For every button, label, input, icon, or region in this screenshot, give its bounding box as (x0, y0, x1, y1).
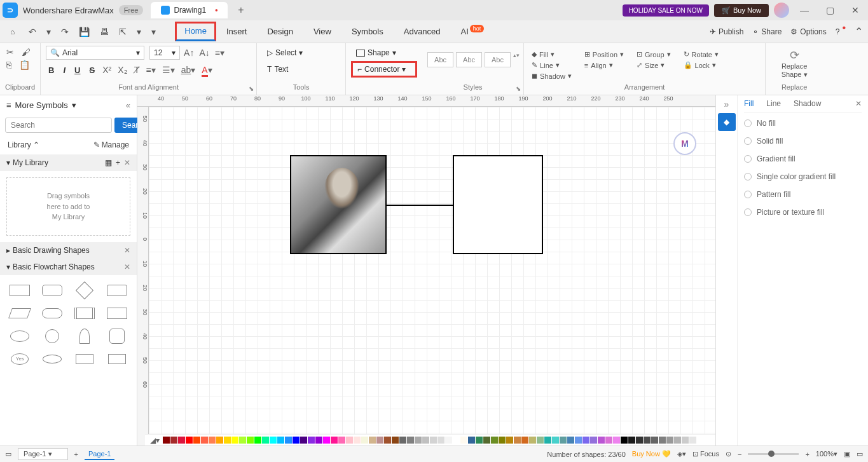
line-button[interactable]: ✎ Line▾ (529, 60, 574, 70)
color-swatch[interactable] (659, 437, 666, 444)
color-swatch[interactable] (552, 437, 559, 444)
color-swatch[interactable] (521, 437, 528, 444)
grow-font-icon[interactable]: A↑ (183, 46, 195, 59)
position-button[interactable]: ⊞ Position▾ (582, 50, 626, 59)
tab-ai[interactable]: AIhot (451, 22, 495, 41)
color-swatch[interactable] (293, 437, 300, 444)
close-button[interactable]: ✕ (845, 1, 865, 19)
canvas[interactable]: 4050607080901001101201301401501601701801… (137, 95, 715, 445)
strike-button[interactable]: S (87, 64, 98, 76)
replace-shape-icon[interactable]: ⟳ (771, 48, 818, 62)
undo-button[interactable]: ↶ (25, 24, 40, 39)
highlight-button[interactable]: ab▾ (180, 64, 197, 76)
shape-page[interactable] (103, 350, 130, 368)
fill-option[interactable]: No fill (744, 119, 862, 128)
help-button[interactable]: ?• (836, 26, 846, 37)
text-tool[interactable]: T Text (262, 62, 340, 76)
redo-button[interactable]: ↷ (57, 24, 72, 39)
shape-card[interactable] (71, 350, 99, 368)
color-swatch[interactable] (231, 437, 238, 444)
color-swatch[interactable] (529, 437, 536, 444)
color-swatch[interactable] (277, 437, 284, 444)
color-swatch[interactable] (506, 437, 513, 444)
color-swatch[interactable] (567, 437, 574, 444)
export-button[interactable]: ⇱ (115, 24, 130, 39)
ai-assistant-icon[interactable]: M (673, 132, 696, 155)
tab-home[interactable]: Home (175, 22, 216, 41)
subscript-button[interactable]: X₂ (116, 64, 128, 76)
color-swatch[interactable] (308, 437, 315, 444)
color-swatch[interactable] (499, 437, 506, 444)
color-swatch[interactable] (376, 437, 383, 444)
color-swatch[interactable] (216, 437, 223, 444)
buy-now-button[interactable]: 🛒 Buy Now (714, 4, 769, 17)
lock-button[interactable]: 🔒 Lock▾ (681, 60, 721, 70)
tab-view[interactable]: View (303, 22, 341, 41)
color-swatch[interactable] (575, 437, 582, 444)
color-swatch[interactable] (605, 437, 612, 444)
list-button[interactable]: ☰▾ (161, 64, 176, 76)
close-section-icon[interactable]: ✕ (124, 262, 130, 271)
color-swatch[interactable] (163, 437, 170, 444)
color-swatch[interactable] (270, 437, 277, 444)
style-preset-2[interactable]: Abc (456, 52, 482, 67)
color-swatch[interactable] (407, 437, 414, 444)
shape-rectangle[interactable] (6, 282, 34, 299)
zoom-slider[interactable] (748, 453, 799, 455)
close-section-icon[interactable]: ✕ (124, 246, 130, 255)
rotate-button[interactable]: ↻ Rotate▾ (681, 50, 721, 59)
add-tab-button[interactable]: + (238, 4, 244, 16)
color-swatch[interactable] (338, 437, 345, 444)
search-input[interactable] (5, 118, 112, 133)
size-button[interactable]: ⤢ Size▾ (634, 60, 673, 70)
minimize-button[interactable]: — (794, 1, 815, 19)
shape-rounded-rect[interactable] (39, 282, 66, 299)
color-swatch[interactable] (682, 437, 689, 444)
fit-width-button[interactable]: ▭ (857, 450, 863, 458)
style-preset-1[interactable]: Abc (427, 52, 453, 67)
fill-option[interactable]: Solid fill (744, 137, 862, 146)
tab-symbols[interactable]: Symbols (341, 22, 394, 41)
fill-option[interactable]: Picture or texture fill (744, 208, 862, 217)
color-swatch[interactable] (392, 437, 399, 444)
basic-drawing-section[interactable]: ▸ Basic Drawing Shapes ✕ (0, 242, 137, 259)
zoom-out-button[interactable]: − (738, 451, 741, 458)
photo-shape[interactable] (290, 155, 387, 254)
color-swatch[interactable] (491, 437, 498, 444)
fill-tab[interactable]: Fill (744, 99, 754, 108)
zoom-in-button[interactable]: + (805, 451, 809, 458)
cut-icon[interactable]: ✂ (5, 46, 15, 58)
group-button[interactable]: ⊡ Group▾ (634, 50, 673, 59)
fill-option[interactable]: Pattern fill (744, 190, 862, 199)
edit-lib-icon[interactable]: ▦ (105, 158, 112, 167)
rectangle-shape[interactable] (453, 155, 543, 254)
color-swatch[interactable] (285, 437, 292, 444)
close-lib-icon[interactable]: ✕ (124, 158, 130, 167)
zoom-level[interactable]: 100%▾ (816, 450, 837, 458)
color-swatch[interactable] (621, 437, 628, 444)
color-swatch[interactable] (415, 437, 422, 444)
page-select[interactable]: Page-1 ▾ (18, 448, 68, 460)
shape-database[interactable] (39, 350, 66, 368)
shape-predefined[interactable] (71, 304, 99, 322)
color-swatch[interactable] (346, 437, 353, 444)
font-color-button[interactable]: A▾ (200, 64, 213, 76)
layout-icon[interactable]: ▭ (5, 450, 11, 458)
connector-line[interactable] (387, 205, 453, 206)
line-spacing-button[interactable]: ≡▾ (145, 64, 157, 76)
layers-icon[interactable]: ◈▾ (677, 450, 686, 458)
holiday-sale-button[interactable]: HOLIDAY SALE ON NOW (623, 4, 709, 17)
font-select[interactable]: 🔍 Arial▾ (46, 46, 144, 60)
save-button[interactable]: 💾 (75, 24, 93, 39)
publish-button[interactable]: ✈ Publish (710, 27, 743, 36)
align-button[interactable]: ≡ Align▾ (582, 60, 626, 70)
color-swatch[interactable] (209, 437, 216, 444)
color-swatch[interactable] (613, 437, 620, 444)
color-swatch[interactable] (514, 437, 521, 444)
color-swatch[interactable] (460, 437, 467, 444)
color-swatch[interactable] (247, 437, 254, 444)
color-swatch[interactable] (430, 437, 437, 444)
format-painter-icon[interactable]: 🖌 (20, 46, 32, 58)
fill-option[interactable]: Single color gradient fill (744, 172, 862, 181)
shadow-tab[interactable]: Shadow (794, 99, 821, 108)
